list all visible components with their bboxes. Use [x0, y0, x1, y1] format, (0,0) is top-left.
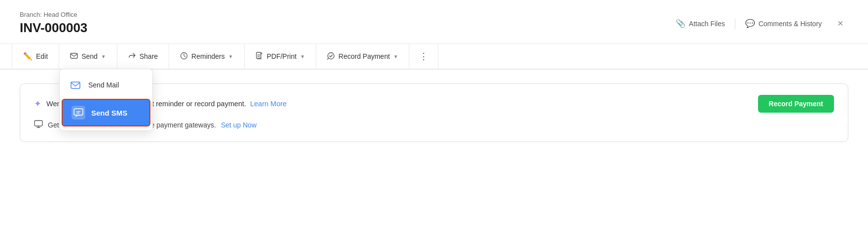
- sparkle-icon: ✦: [34, 98, 41, 109]
- record-payment-action-button[interactable]: Record Payment: [758, 95, 834, 113]
- comments-history-button[interactable]: 💬 Comments & History: [736, 16, 831, 31]
- record-payment-button[interactable]: Record Payment ▼: [316, 44, 409, 69]
- sms-icon: [72, 106, 85, 120]
- svg-rect-0: [71, 53, 77, 58]
- header-divider: [735, 18, 735, 29]
- svg-rect-10: [35, 121, 42, 126]
- more-options-button[interactable]: ⋮: [409, 44, 438, 69]
- attach-files-button[interactable]: 📎 Attach Files: [667, 16, 734, 31]
- chat-icon: 💬: [745, 19, 755, 28]
- edit-icon: ✏️: [23, 52, 33, 61]
- mail-icon: [69, 78, 82, 92]
- send-chevron-icon: ▼: [101, 54, 106, 59]
- paperclip-icon: 📎: [676, 19, 686, 28]
- record-payment-chevron-icon: ▼: [394, 54, 398, 59]
- attach-files-label: Attach Files: [689, 20, 725, 28]
- record-payment-label: Record Payment: [338, 52, 390, 60]
- close-button[interactable]: ×: [832, 16, 848, 31]
- reminders-button[interactable]: Reminders ▼: [169, 44, 245, 69]
- page-header: Branch: Head Office INV-000003 📎 Attach …: [0, 0, 868, 44]
- share-button[interactable]: Share: [117, 44, 169, 69]
- svg-rect-2: [256, 52, 261, 58]
- record-payment-icon: [327, 52, 335, 61]
- send-icon: [70, 52, 78, 61]
- more-icon: ⋮: [419, 51, 428, 62]
- send-dropdown-menu: Send Mail Send SMS: [59, 69, 153, 131]
- reminders-chevron-icon: ▼: [228, 54, 233, 59]
- send-sms-item[interactable]: Send SMS: [62, 99, 150, 126]
- pdf-print-button[interactable]: PDF/Print ▼: [245, 44, 317, 69]
- share-label: Share: [140, 52, 158, 60]
- setup-now-link[interactable]: Set up Now: [221, 121, 256, 129]
- reminders-label: Reminders: [191, 52, 225, 60]
- invoice-number: INV-000003: [20, 20, 87, 36]
- send-label: Send: [81, 52, 98, 60]
- alert-prefix: W: [46, 100, 53, 108]
- pdf-chevron-icon: ▼: [300, 54, 305, 59]
- monitor-icon: [34, 120, 43, 130]
- svg-rect-6: [71, 82, 80, 88]
- edit-button[interactable]: ✏️ Edit: [12, 44, 59, 69]
- pdf-print-label: PDF/Print: [267, 52, 297, 60]
- branch-label: Branch: Head Office: [20, 11, 87, 18]
- header-right: 📎 Attach Files 💬 Comments & History ×: [667, 16, 848, 31]
- reminders-icon: [180, 52, 188, 61]
- send-sms-label: Send SMS: [91, 109, 127, 117]
- toolbar: ✏️ Edit Send ▼ Share: [0, 44, 868, 70]
- comments-history-label: Comments & History: [759, 20, 822, 28]
- edit-label: Edit: [36, 52, 48, 60]
- share-icon: [128, 52, 136, 61]
- gateway-row: Get paid faster by setting up online pay…: [34, 120, 834, 130]
- close-icon: ×: [837, 18, 843, 29]
- overdue-alert-row: ✦ Went is overdue. Send a payment remind…: [34, 95, 834, 113]
- send-mail-label: Send Mail: [88, 81, 119, 89]
- send-mail-item[interactable]: Send Mail: [60, 72, 152, 98]
- pdf-icon: [255, 52, 263, 61]
- send-button[interactable]: Send ▼: [59, 44, 117, 69]
- learn-more-link[interactable]: Learn More: [250, 100, 287, 108]
- header-left: Branch: Head Office INV-000003: [20, 11, 87, 36]
